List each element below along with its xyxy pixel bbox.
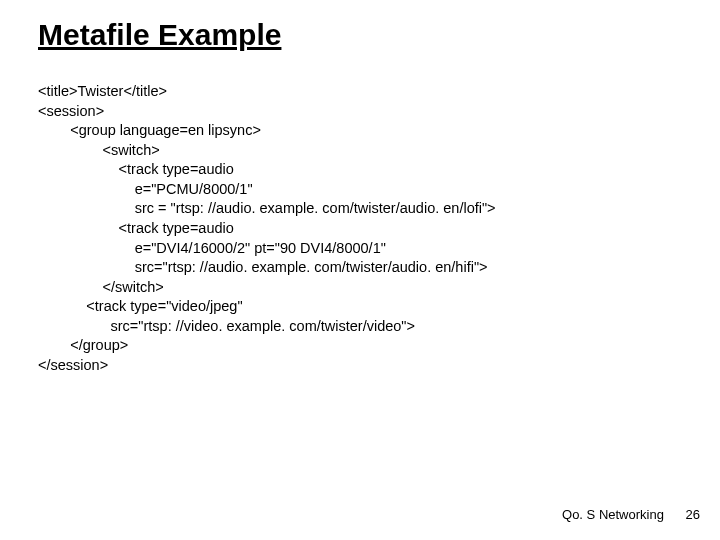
- code-line: <session>: [38, 103, 104, 119]
- code-line: <track type=audio: [38, 161, 234, 177]
- code-line: src="rtsp: //video. example. com/twister…: [38, 318, 415, 334]
- code-line: <title>Twister</title>: [38, 83, 167, 99]
- slide-title: Metafile Example: [0, 0, 720, 52]
- footer-label: Qo. S Networking: [562, 507, 664, 522]
- code-line: </switch>: [38, 279, 164, 295]
- code-line: </session>: [38, 357, 108, 373]
- code-line: src="rtsp: //audio. example. com/twister…: [38, 259, 488, 275]
- code-line: </group>: [38, 337, 128, 353]
- code-line: <track type="video/jpeg": [38, 298, 243, 314]
- code-line: <group language=en lipsync>: [38, 122, 261, 138]
- footer-page-number: 26: [686, 507, 700, 522]
- slide-footer: Qo. S Networking 26: [562, 507, 700, 522]
- code-example: <title>Twister</title> <session> <group …: [0, 52, 720, 375]
- code-line: src = "rtsp: //audio. example. com/twist…: [38, 200, 496, 216]
- code-line: <track type=audio: [38, 220, 234, 236]
- code-line: e="DVI4/16000/2" pt="90 DVI4/8000/1": [38, 240, 386, 256]
- code-line: <switch>: [38, 142, 160, 158]
- code-line: e="PCMU/8000/1": [38, 181, 253, 197]
